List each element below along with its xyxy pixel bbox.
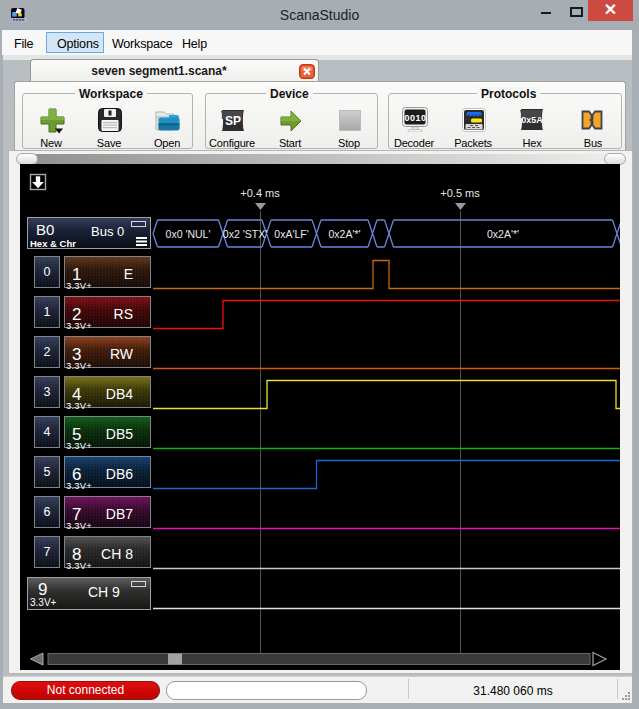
svg-text:0x2 'STX': 0x2 'STX' [223, 228, 267, 240]
svg-text:0x0 'NUL': 0x0 'NUL' [166, 228, 211, 240]
svg-text:+0.4 ms: +0.4 ms [240, 187, 280, 199]
svg-text:0x5A: 0x5A [521, 115, 543, 125]
svg-text:SP: SP [225, 114, 241, 128]
svg-text:0xA'LF': 0xA'LF' [274, 228, 308, 240]
svg-text:0x2A'*': 0x2A'*' [487, 228, 519, 240]
svg-text:0010: 0010 [404, 113, 426, 123]
svg-text:0x2A'*': 0x2A'*' [328, 228, 360, 240]
svg-text:+0.5 ms: +0.5 ms [440, 187, 480, 199]
